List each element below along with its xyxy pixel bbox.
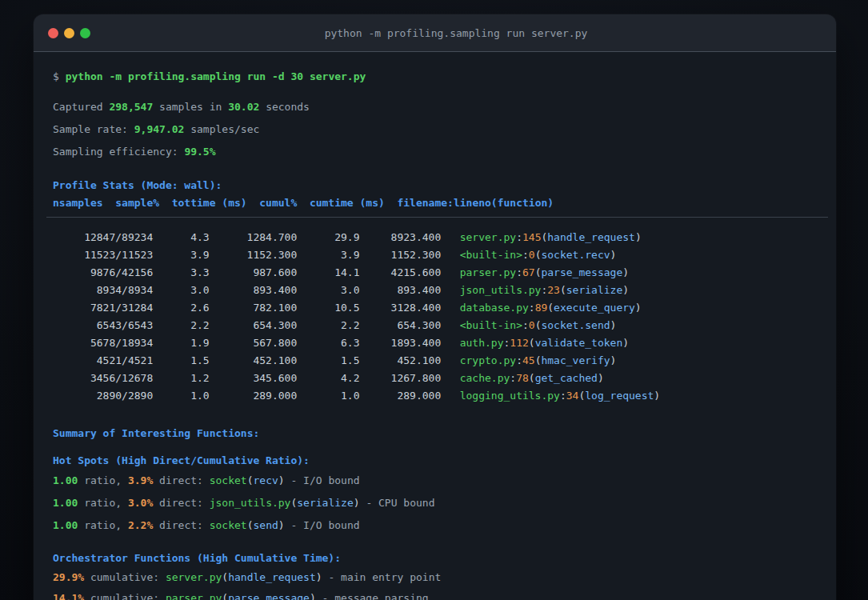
table-cell: 654.300	[359, 317, 441, 334]
text-segment: execute_query	[554, 302, 635, 314]
table-cell: 2.6	[153, 299, 209, 317]
text-segment: direct:	[153, 474, 209, 486]
summary-heading-group: Summary of Interesting Functions:	[53, 425, 817, 442]
hot-spot-line: 1.00 ratio, 3.9% direct: socket(recv) - …	[53, 470, 817, 492]
text-segment: 3.9%	[128, 474, 153, 486]
text-segment: (	[529, 372, 535, 384]
text-segment: (	[222, 571, 228, 583]
text-segment: recv	[254, 474, 278, 486]
table-cell: 3.0	[153, 282, 209, 299]
capture-stat-line: Sampling efficiency: 99.5%	[53, 141, 817, 163]
text-segment: 78	[516, 372, 529, 384]
text-segment: auth.py	[460, 337, 504, 349]
table-cell: 2.2	[153, 317, 209, 334]
text-segment: )	[278, 474, 285, 486]
capture-stat-line: Sample rate: 9,947.02 samples/sec	[53, 118, 817, 141]
text-segment: 0	[529, 249, 535, 261]
text-segment: Hot Spots (High Direct/Cumulative Ratio)…	[53, 454, 310, 466]
table-cell: 2.2	[297, 317, 359, 334]
table-cell: 3.9	[153, 246, 209, 264]
text-segment: Sample rate:	[53, 123, 134, 135]
text-segment: - I/O bound	[285, 519, 360, 531]
hot-spots-group: 1.00 ratio, 3.9% direct: socket(recv) - …	[53, 470, 817, 537]
table-cell: 10.5	[297, 299, 359, 317]
table-cell: 14.1	[297, 264, 359, 282]
table-divider	[46, 217, 828, 218]
profile-table-row: 6543/65432.2654.3002.2654.300 <built-in>…	[53, 317, 817, 334]
text-segment: socket	[210, 474, 247, 486]
text-segment: )	[622, 266, 629, 278]
text-segment: parser.py	[460, 266, 516, 278]
close-button[interactable]	[48, 28, 58, 38]
text-segment: seconds	[259, 101, 310, 113]
profile-table-row: 7821/312842.6782.10010.53128.400 databas…	[53, 299, 817, 317]
text-segment: )	[610, 249, 617, 261]
window-titlebar[interactable]: python -m profiling.sampling run server.…	[34, 14, 836, 52]
text-segment: 45	[522, 354, 535, 366]
column-gap	[441, 284, 459, 296]
text-segment: 0	[529, 319, 535, 331]
text-segment: direct:	[153, 497, 209, 509]
text-segment: parse_message	[228, 592, 310, 600]
table-cell: 4521/4521	[53, 352, 153, 370]
profile-table-header-group: nsamples sample% tottime (ms) cumul% cum…	[53, 194, 817, 212]
table-cell: 782.100	[210, 299, 298, 317]
text-segment: )	[635, 302, 642, 314]
maximize-button[interactable]	[80, 28, 90, 38]
text-segment: 23	[547, 284, 560, 296]
window-title: python -m profiling.sampling run server.…	[90, 27, 822, 39]
text-segment: - I/O bound	[285, 474, 360, 486]
text-segment: 29.9%	[53, 571, 84, 583]
text-segment: (	[247, 474, 254, 486]
column-gap	[441, 390, 459, 402]
text-segment: (	[222, 592, 228, 600]
terminal-output[interactable]: $ python -m profiling.sampling run -d 30…	[34, 52, 836, 600]
table-cell: 1.0	[297, 387, 359, 405]
text-segment: )	[278, 519, 285, 531]
profile-table-rows: 12847/892344.31284.70029.98923.400 serve…	[53, 229, 817, 405]
text-segment: Sampling efficiency:	[53, 146, 184, 158]
text-segment: Summary of Interesting Functions:	[53, 427, 259, 439]
text-segment: 99.5%	[184, 146, 215, 158]
table-cell: 1.9	[153, 334, 209, 352]
summary-heading: Summary of Interesting Functions:	[53, 425, 817, 442]
text-segment: )	[635, 231, 642, 243]
column-gap	[441, 372, 459, 384]
minimize-button[interactable]	[64, 28, 74, 38]
table-cell: 5678/18934	[53, 334, 153, 352]
table-cell: 6.3	[297, 334, 359, 352]
text-segment: 3.0%	[128, 497, 153, 509]
text-segment: - message parsing	[316, 592, 429, 600]
text-segment: ratio,	[78, 474, 128, 486]
text-segment: Orchestrator Functions (High Cumulative …	[53, 552, 341, 564]
text-segment: samples/sec	[184, 123, 259, 135]
text-segment: 30.02	[228, 101, 259, 113]
text-segment: server.py	[460, 231, 516, 243]
table-cell: 11523/11523	[53, 246, 153, 264]
table-cell: 3128.400	[359, 299, 441, 317]
text-segment: logging_utils.py	[460, 390, 560, 402]
text-segment: :	[516, 231, 522, 243]
text-segment: 14.1%	[53, 592, 84, 600]
table-cell: 1.5	[297, 352, 359, 370]
text-segment: :	[516, 266, 522, 278]
text-segment: :	[522, 249, 529, 261]
profile-table-header: nsamples sample% tottime (ms) cumul% cum…	[53, 194, 817, 212]
orchestrator-heading-group: Orchestrator Functions (High Cumulative …	[53, 550, 817, 567]
text-segment: serialize	[566, 284, 622, 296]
window-controls	[48, 28, 90, 38]
profile-stats-heading: Profile Stats (Mode: wall):	[53, 177, 817, 194]
orchestrator-line: 14.1% cumulative: parser.py(parse_messag…	[53, 588, 817, 600]
text-segment: )	[622, 337, 629, 349]
text-segment: Profile Stats (Mode: wall):	[53, 179, 222, 191]
column-gap	[441, 249, 459, 261]
text-segment: 89	[535, 302, 548, 314]
text-segment: )	[654, 390, 660, 402]
text-segment: )	[610, 319, 617, 331]
text-segment: parser.py	[166, 592, 222, 600]
profile-table-row: 5678/189341.9567.8006.31893.400 auth.py:…	[53, 334, 817, 352]
terminal-window: python -m profiling.sampling run server.…	[34, 14, 836, 600]
text-segment: :	[529, 302, 535, 314]
table-cell: 1.0	[153, 387, 209, 405]
hot-spot-line: 1.00 ratio, 2.2% direct: socket(send) - …	[53, 514, 817, 537]
